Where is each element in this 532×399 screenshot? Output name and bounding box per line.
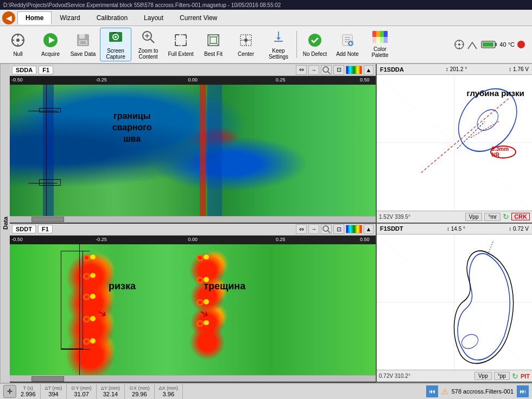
dot-right-4 <box>197 320 204 327</box>
save-data-button[interactable]: Save Data <box>67 28 99 61</box>
tab-wizard[interactable]: Wizard <box>52 11 88 24</box>
color-bar-top <box>346 66 362 74</box>
scan-forward-btn[interactable]: → <box>308 65 319 75</box>
scroll-up-btn-top[interactable]: ▲ <box>364 65 373 75</box>
zoom-to-content-label: Zoom toContent <box>138 48 159 60</box>
scan-extra-btn[interactable]: ⊡ <box>333 65 344 75</box>
title-text: D:\Reddy\Projects\PodvodService.Experime… <box>3 2 281 8</box>
scan-panel-top: SDDA F1 ⇔ → ⊡ ▲ <box>10 64 376 224</box>
scan-scrollbar-top[interactable] <box>10 216 376 223</box>
nav-status-icon: ⚠ <box>441 387 448 396</box>
scan-zoom-btn[interactable] <box>321 65 332 75</box>
dot-left-1 <box>83 255 90 261</box>
svg-point-59 <box>323 226 328 231</box>
svg-rect-11 <box>80 41 86 44</box>
no-defect-button[interactable]: No Defect <box>299 28 331 61</box>
tab-calibration[interactable]: Calibration <box>88 11 136 24</box>
refresh-btn-top[interactable]: ↻ <box>503 212 509 221</box>
svg-rect-45 <box>380 37 384 43</box>
no-defect-label: No Defect <box>303 51 327 57</box>
mr-btn-top[interactable]: °mr <box>484 213 501 221</box>
dot-right-y2 <box>204 277 209 282</box>
svg-line-67 <box>421 98 510 173</box>
tab-current-view[interactable]: Current View <box>172 11 225 24</box>
center-button[interactable]: Center <box>230 28 262 61</box>
tab-home[interactable]: Home <box>17 11 52 24</box>
status-dx: ΔX (mm) 3.96 <box>155 384 183 399</box>
signal-bottom-coords-top: 1.52V 339.5° <box>379 214 410 220</box>
scan-channel-sdda[interactable]: SDDA <box>12 66 36 74</box>
vpp-btn-top[interactable]: Vpp <box>465 213 483 221</box>
svg-point-56 <box>517 41 525 48</box>
depth-circle: 0.3mm NR <box>490 145 516 159</box>
signal-angle-top: ↕ 201.2 ° <box>446 66 467 72</box>
scan-move-btn[interactable]: ⇔ <box>296 65 307 75</box>
scrollbar-thumb-top[interactable] <box>31 217 64 222</box>
scan-move-btn-bottom[interactable]: ⇔ <box>296 224 307 234</box>
dot-right-3 <box>197 299 204 306</box>
scan-channel-sddt[interactable]: SDDT <box>12 225 36 233</box>
scan-image-top[interactable]: границысварногошва <box>10 85 376 216</box>
svg-rect-39 <box>372 31 376 37</box>
status-dt: ΔT (ms) 394 <box>41 384 67 399</box>
scan-header-bottom: SDDT F1 ⇔ → ⊡ ▲ <box>10 224 376 236</box>
scan-scale-bottom: -0.50 -0.25 0.00 0.25 0.50 <box>10 236 376 244</box>
signal-volt-bottom: ↕ 0.72 V <box>509 226 529 232</box>
refresh-btn-bottom[interactable]: ↻ <box>512 372 518 381</box>
color-palette-button[interactable]: ColorPalette <box>364 28 396 61</box>
scan-filter-f1-bottom[interactable]: F1 <box>38 225 53 233</box>
full-extent-button[interactable]: Full Extent <box>165 28 197 61</box>
best-fit-button[interactable]: Best Fit <box>198 28 229 61</box>
main-area: Data SDDA F1 ⇔ → <box>0 64 532 383</box>
scan-panel-bottom: SDDT F1 ⇔ → ⊡ ▲ <box>10 224 376 383</box>
dot-left-2 <box>83 273 90 280</box>
svg-rect-43 <box>372 37 376 43</box>
svg-rect-46 <box>384 37 388 43</box>
null-label: Null <box>13 51 22 57</box>
acquire-label: Acquire <box>41 51 60 57</box>
scan-header-top: SDDA F1 ⇔ → ⊡ ▲ <box>10 64 376 76</box>
back-button[interactable]: ◀ <box>2 11 15 24</box>
tab-layout[interactable]: Layout <box>136 11 172 24</box>
scroll-up-btn-bottom[interactable]: ▲ <box>364 224 373 234</box>
scan-extra-btn-bottom[interactable]: ⊡ <box>333 224 344 234</box>
scan-filter-f1-top[interactable]: F1 <box>39 66 53 74</box>
svg-rect-55 <box>483 42 493 47</box>
keep-settings-button[interactable]: KeepSettings <box>263 28 294 61</box>
right-panel: F1SDDA ↕ 201.2 ° ↕ 1.76 V глубина ризки … <box>376 64 532 383</box>
null-button[interactable]: Null <box>2 28 34 61</box>
scan-image-bottom[interactable]: ризка ➔ трещина ➔ <box>10 244 376 376</box>
crosshair-box-bottom <box>61 251 83 349</box>
zoom-to-content-button[interactable]: Zoom toContent <box>132 28 164 61</box>
svg-point-71 <box>460 332 479 351</box>
dot-right-y3 <box>204 299 209 305</box>
screen-capture-button[interactable]: ScreenCapture <box>100 28 131 61</box>
nav-first-button[interactable]: ⏮ <box>426 385 438 397</box>
add-note-button[interactable]: Add Note <box>332 28 363 61</box>
svg-rect-15 <box>113 32 116 34</box>
scan-scrollbar-bottom[interactable] <box>10 375 376 382</box>
signal-footer-bottom: 0.72V 310.2° Vpp °pp ↻ PIT <box>377 370 532 382</box>
vpp-btn-bottom[interactable]: Vpp <box>474 372 492 380</box>
toolbar-status: 40 °C <box>454 39 530 50</box>
add-note-label: Add Note <box>336 51 359 57</box>
add-note-icon <box>340 33 355 50</box>
svg-rect-42 <box>384 31 388 37</box>
signal-title-top: F1SDDA <box>380 66 404 73</box>
nav-last-button[interactable]: ⏭ <box>517 385 529 397</box>
status-bar: ✛ T (s) 2.996 ΔT (ms) 394 ⊙Y (mm) 31.07 … <box>0 383 532 399</box>
scan-zoom-btn-bottom[interactable] <box>321 224 332 234</box>
scrollbar-thumb-bottom[interactable] <box>31 376 64 382</box>
move-tool-button[interactable]: ✛ <box>3 385 16 398</box>
svg-point-14 <box>115 36 117 38</box>
svg-rect-22 <box>210 37 217 43</box>
svg-point-57 <box>323 67 328 72</box>
pp-btn-bottom[interactable]: °pp <box>494 372 510 380</box>
acquire-button[interactable]: Acquire <box>35 28 66 61</box>
scan-scale-top: -0.50 -0.25 0.00 0.25 0.50 <box>10 76 376 85</box>
scan-forward-btn-bottom[interactable]: → <box>308 224 319 234</box>
save-data-icon <box>75 33 91 50</box>
center-icon <box>238 33 254 50</box>
signal-canvas-bottom <box>377 235 532 370</box>
screen-capture-label: ScreenCapture <box>106 48 125 60</box>
